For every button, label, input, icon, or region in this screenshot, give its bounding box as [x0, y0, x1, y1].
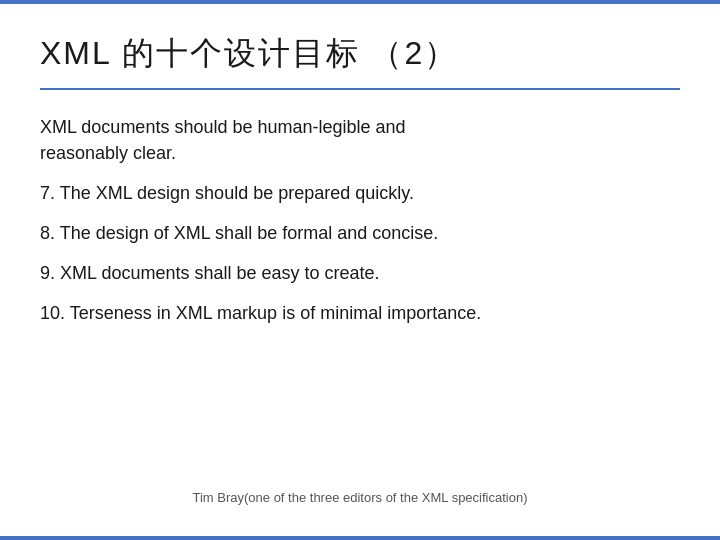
- bottom-border: [0, 536, 720, 540]
- slide-title: XML 的十个设计目标 （2）: [40, 32, 680, 76]
- item-8-text: The design of XML shall be formal and co…: [60, 223, 439, 243]
- list-item-9: 9. XML documents shall be easy to create…: [40, 260, 680, 286]
- footer-section: Tim Bray(one of the three editors of the…: [40, 468, 680, 516]
- content-area: XML 的十个设计目标 （2） XML documents should be …: [0, 4, 720, 536]
- item-7-text: The XML design should be prepared quickl…: [60, 183, 414, 203]
- item-10-text: Terseness in XML markup is of minimal im…: [70, 303, 481, 323]
- item-9-number: 9.: [40, 263, 55, 283]
- item-6-line1: XML documents should be human-legible an…: [40, 117, 406, 137]
- title-section: XML 的十个设计目标 （2）: [40, 32, 680, 90]
- item-7-number: 7.: [40, 183, 55, 203]
- item-9-text: XML documents shall be easy to create.: [60, 263, 380, 283]
- item-10-number: 10.: [40, 303, 65, 323]
- list-item-10: 10. Terseness in XML markup is of minima…: [40, 300, 680, 326]
- items-section: XML documents should be human-legible an…: [40, 114, 680, 468]
- list-item-8: 8. The design of XML shall be formal and…: [40, 220, 680, 246]
- footer-text: Tim Bray(one of the three editors of the…: [192, 490, 527, 505]
- item-6-line2: reasonably clear.: [40, 143, 176, 163]
- list-item-7: 7. The XML design should be prepared qui…: [40, 180, 680, 206]
- item-8-number: 8.: [40, 223, 55, 243]
- list-item-6: XML documents should be human-legible an…: [40, 114, 680, 166]
- slide-container: XML 的十个设计目标 （2） XML documents should be …: [0, 0, 720, 540]
